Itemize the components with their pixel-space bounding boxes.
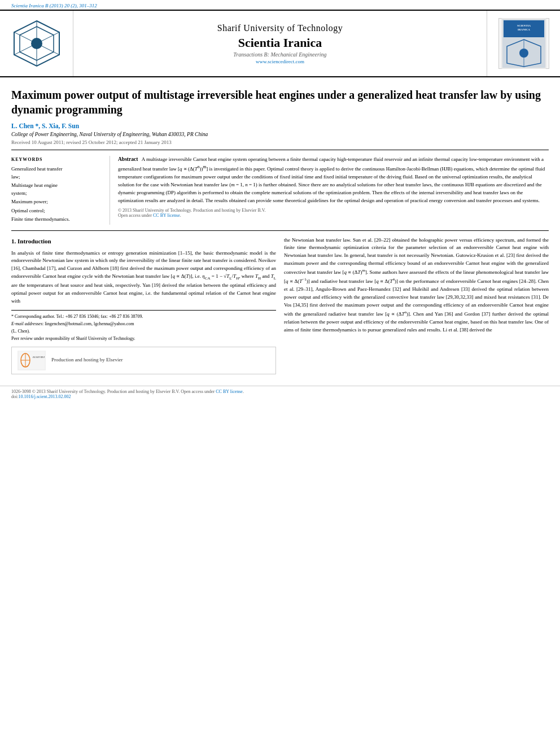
header-logo-right: SCIENTIA IRANICA Transactions B: [487, 11, 560, 76]
elsevier-text: Production and hosting by Elsevier: [51, 356, 123, 364]
affiliation: College of Power Engineering, Naval Univ…: [11, 132, 549, 137]
received-line: Received 10 August 2011; revised 25 Octo…: [11, 139, 549, 150]
svg-text:SCIENTIA: SCIENTIA: [517, 24, 531, 27]
copyright-line: © 2013 Sharif University of Technology. …: [118, 208, 549, 213]
authors-line: L. Chen *, S. Xia, F. Sun: [11, 123, 549, 129]
journal-bar-text: Scientia Iranica B (2013) 20 (2), 301–31…: [11, 3, 97, 8]
keywords-column: KEYWORDS Generalized heat transferlaw; M…: [11, 156, 110, 225]
abstract-column: Abstract A multistage irreversible Carno…: [110, 156, 549, 225]
keyword-1: Generalized heat transferlaw;: [11, 165, 103, 181]
abstract-header: Abstract: [118, 156, 138, 162]
header-url: www.sciencedirect.com: [256, 59, 304, 64]
authors-text: L. Chen *, S. Xia, F. Sun: [11, 123, 79, 129]
bottom-cc-link[interactable]: CC BY license: [216, 389, 243, 394]
body-col-right: the Newtonian heat transfer law. Sun et …: [284, 237, 549, 374]
header-logo-left: SCIENTIA IRANICA: [0, 11, 73, 76]
svg-point-6: [31, 38, 42, 49]
abstract-text: A multistage irreversible Carnot heat en…: [118, 156, 545, 203]
bottom-issn: 1026-3098 © 2013 Sharif University of Te…: [11, 389, 244, 394]
footnote-1: * Corresponding author. Tel.: +86 27 836…: [11, 313, 276, 320]
svg-text:ELSEVIER: ELSEVIER: [32, 356, 45, 359]
elsevier-box: ELSEVIER Production and hosting by Elsev…: [11, 347, 276, 374]
keyword-3: Maximum power;: [11, 198, 103, 206]
keywords-title: KEYWORDS: [11, 157, 103, 162]
article-title: Maximum power output of multistage irrev…: [11, 88, 549, 117]
intro-paragraph-1: In analysis of finite time thermodynamic…: [11, 250, 276, 305]
two-col-section: KEYWORDS Generalized heat transferlaw; M…: [11, 156, 549, 225]
cc-link[interactable]: CC BY license: [153, 213, 180, 218]
footnote-4: Peer review under responsibility of Shar…: [11, 335, 276, 342]
keywords-list: Generalized heat transferlaw; Multistage…: [11, 165, 103, 224]
keyword-2: Multistage heat enginesystem;: [11, 182, 103, 197]
header-journal-name: Scientia Iranica: [238, 36, 322, 50]
journal-cover-image: SCIENTIA IRANICA Transactions B: [498, 18, 549, 69]
header-transactions: Transactions B: Mechanical Engineering: [233, 51, 326, 58]
scientia-iranica-logo-left: SCIENTIA IRANICA: [11, 18, 62, 69]
open-access-line: Open access under CC BY license.: [118, 213, 549, 218]
page: Scientia Iranica B (2013) 20 (2), 301–31…: [0, 0, 560, 747]
keyword-4: Optimal control;: [11, 207, 103, 215]
section-1-title: 1. Introduction: [11, 237, 276, 246]
intro-paragraph-right-1: the Newtonian heat transfer law. Sun et …: [284, 237, 549, 334]
footnote-section: * Corresponding author. Tel.: +86 27 836…: [11, 310, 276, 342]
body-col-left: 1. Introduction In analysis of finite ti…: [11, 237, 276, 374]
footnote-3: (L. Chen).: [11, 328, 276, 334]
header-university: Sharif University of Technology: [217, 23, 343, 33]
journal-bar: Scientia Iranica B (2013) 20 (2), 301–31…: [0, 0, 560, 10]
svg-text:IRANICA: IRANICA: [518, 28, 530, 31]
doi-link[interactable]: 10.1016/j.scient.2013.02.002: [18, 394, 71, 399]
bottom-bar: 1026-3098 © 2013 Sharif University of Te…: [0, 386, 560, 402]
footnote-2: E-mail addresses: lingenchen@hotmail.com…: [11, 321, 276, 327]
header-center: Sharif University of Technology Scientia…: [73, 11, 487, 76]
keyword-5: Finite time thermodynamics.: [11, 216, 103, 224]
header-section: SCIENTIA IRANICA Sharif University of Te…: [0, 10, 560, 77]
body-two-col: 1. Introduction In analysis of finite ti…: [11, 230, 549, 374]
doi-line: doi:10.1016/j.scient.2013.02.002: [11, 394, 71, 399]
elsevier-logo: ELSEVIER: [18, 351, 46, 370]
main-content: Maximum power output of multistage irrev…: [0, 77, 560, 380]
